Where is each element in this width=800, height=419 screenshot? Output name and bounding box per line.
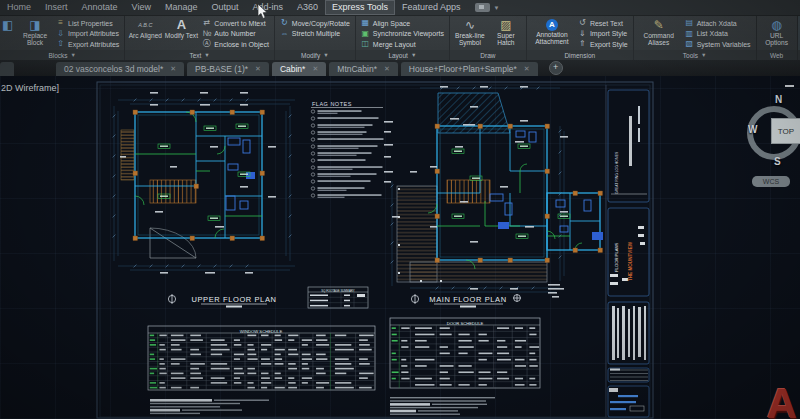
stretch-multiple-button[interactable]: ⇔Stretch Multiple bbox=[277, 29, 353, 40]
unknown-icon: ◧ bbox=[2, 18, 13, 32]
menu-tab-featured-apps[interactable]: Featured Apps bbox=[395, 0, 468, 15]
viewcube-top-face[interactable]: TOP bbox=[771, 118, 800, 144]
reset-text-icon: ↺ bbox=[578, 18, 587, 28]
main-plan-label: MAIN FLOOR PLAN bbox=[429, 295, 506, 304]
caret-down-icon: ▼ bbox=[411, 52, 416, 58]
annotation-attachment-button[interactable]: A Annotation Attachment bbox=[529, 17, 575, 46]
import-style-button[interactable]: ⇓Import Style bbox=[575, 29, 631, 40]
tab-close-icon[interactable]: ✕ bbox=[170, 62, 176, 76]
wcs-menu[interactable]: WCS bbox=[752, 176, 790, 187]
cutoff-button[interactable]: ◧ bbox=[2, 17, 17, 32]
scale-bar bbox=[226, 306, 242, 308]
export-style-button[interactable]: ⇑Export Style bbox=[575, 39, 631, 50]
ribbon-tab-bar: HomeInsertAnnotateViewManageOutputAdd-in… bbox=[0, 0, 800, 16]
tab-close-icon[interactable]: ✕ bbox=[384, 62, 390, 76]
viewcube-west[interactable]: W bbox=[748, 124, 757, 135]
ribbon-panel-blocks: ◧ ◨ Replace Block ≡List Properties ⇩Impo… bbox=[0, 16, 125, 60]
sq-footage-title: SQ FOOTAGE SUMMARY bbox=[321, 289, 354, 293]
annotation-attachment-icon: A bbox=[546, 19, 558, 31]
arc-aligned-icon: A.B.C bbox=[138, 18, 152, 32]
stretch-multiple-icon: ⇔ bbox=[280, 29, 289, 39]
command-aliases-icon: ✎ bbox=[654, 18, 664, 32]
partial-tab[interactable] bbox=[0, 62, 14, 76]
drawing-tab-cabin[interactable]: Cabin*✕ bbox=[272, 62, 326, 76]
tab-close-icon[interactable]: ✕ bbox=[524, 62, 530, 76]
drawing-tab-bar: 02 vasconcelos 3d model*✕PB-BASE (1)*✕Ca… bbox=[0, 60, 800, 76]
list-properties-button[interactable]: ≡List Properties bbox=[53, 18, 122, 29]
cad-drawing[interactable]: FLAG NOTES UPPER FLOOR PLAN MAIN FLOOR P… bbox=[0, 76, 800, 419]
panel-label-tools[interactable]: Tools▼ bbox=[634, 50, 756, 60]
titleblock-company: GREAT RING LOG HOMES bbox=[615, 151, 619, 194]
synchronize-viewports-button[interactable]: ▣Synchronize Viewports bbox=[358, 29, 447, 40]
drawing-tab-02-vasconcelos-3d-model[interactable]: 02 vasconcelos 3d model*✕ bbox=[56, 62, 184, 76]
list-xdata-button[interactable]: ▥List Xdata bbox=[682, 29, 754, 40]
auto-number-button[interactable]: №Auto Number bbox=[199, 29, 271, 40]
align-space-button[interactable]: ▦Align Space bbox=[358, 18, 447, 29]
list-properties-icon: ≡ bbox=[56, 18, 65, 28]
modify-text-button[interactable]: A Modify Text bbox=[163, 17, 199, 39]
menu-tab-annotate[interactable]: Annotate bbox=[75, 0, 125, 15]
viewcube-south[interactable]: S bbox=[774, 156, 781, 167]
reset-text-button[interactable]: ↺Reset Text bbox=[575, 18, 631, 29]
convert-to-mtext-icon: ⇄ bbox=[202, 18, 211, 28]
drawing-canvas[interactable]: 2D Wireframe] bbox=[0, 76, 800, 419]
caret-down-icon: ▼ bbox=[323, 52, 328, 58]
super-hatch-button[interactable]: ▨ Super Hatch bbox=[488, 17, 524, 47]
schedule-notes bbox=[150, 397, 495, 415]
panel-label-layout[interactable]: Layout▼ bbox=[356, 50, 449, 60]
command-aliases-button[interactable]: ✎ Command Aliases bbox=[636, 17, 682, 47]
synchronize-viewports-icon: ▣ bbox=[361, 29, 370, 39]
import-attributes-button[interactable]: ⇩Import Attributes bbox=[53, 29, 122, 40]
menu-tab-a360[interactable]: A360 bbox=[290, 0, 325, 15]
menu-tab-express-tools[interactable]: Express Tools bbox=[325, 0, 395, 15]
move-copy-rotate-button[interactable]: ↻Move/Copy/Rotate bbox=[277, 18, 353, 29]
viewcube[interactable]: N W S TOP bbox=[745, 94, 800, 176]
display-icon[interactable] bbox=[475, 3, 490, 12]
ribbon-panel-web: ◍ URL Options Web bbox=[757, 16, 798, 60]
attach-xdata-button[interactable]: ▤Attach Xdata bbox=[682, 18, 754, 29]
export-attributes-button[interactable]: ⇧Export Attributes bbox=[53, 39, 122, 50]
ribbon-panel-layout: ▦Align Space ▣Synchronize Viewports ◫Mer… bbox=[356, 16, 450, 60]
replace-block-button[interactable]: ◨ Replace Block bbox=[17, 17, 53, 47]
panel-label-text[interactable]: Text▼ bbox=[125, 50, 273, 60]
url-options-button[interactable]: ◍ URL Options bbox=[759, 17, 795, 47]
tab-close-icon[interactable]: ✕ bbox=[312, 62, 318, 76]
merge-layout-button[interactable]: ◫Merge Layout bbox=[358, 39, 447, 50]
menu-tab-insert[interactable]: Insert bbox=[38, 0, 75, 15]
export-attributes-icon: ⇧ bbox=[56, 39, 65, 49]
viewport-controls-label[interactable]: 2D Wireframe] bbox=[1, 83, 59, 93]
scale-bar bbox=[460, 306, 476, 308]
panel-label-blocks[interactable]: Blocks▼ bbox=[0, 50, 124, 60]
tab-close-icon[interactable]: ✕ bbox=[255, 62, 261, 76]
panel-label-modify[interactable]: Modify▼ bbox=[275, 50, 355, 60]
drawing-tab-label: Cabin* bbox=[280, 62, 306, 76]
menu-tab-view[interactable]: View bbox=[125, 0, 158, 15]
convert-to-mtext-button[interactable]: ⇄Convert to Mtext bbox=[199, 18, 271, 29]
menu-tab-home[interactable]: Home bbox=[0, 0, 38, 15]
window-schedule-table bbox=[148, 326, 375, 390]
menu-tab-add-ins[interactable]: Add-ins bbox=[245, 0, 290, 15]
break-line-symbol-button[interactable]: ∿ Break-line Symbol bbox=[452, 17, 488, 47]
drawing-tab-pb-base-1[interactable]: PB-BASE (1)*✕ bbox=[187, 62, 269, 76]
drawing-tab-mtncabin[interactable]: MtnCabin*✕ bbox=[329, 62, 398, 76]
door-schedule-table bbox=[390, 318, 540, 388]
drawing-tab-house-floor-plan-sample[interactable]: House+Floor+Plan+Sample*✕ bbox=[401, 62, 538, 76]
ribbon-panel-draw: ∿ Break-line Symbol ▨ Super Hatch Draw bbox=[450, 16, 527, 60]
menu-tab-output[interactable]: Output bbox=[204, 0, 245, 15]
arc-aligned-button[interactable]: A.B.C Arc Aligned bbox=[127, 17, 163, 39]
menu-tabs: HomeInsertAnnotateViewManageOutputAdd-in… bbox=[0, 0, 467, 15]
drawing-tab-label: House+Floor+Plan+Sample* bbox=[409, 62, 517, 76]
caret-down-icon: ▼ bbox=[701, 52, 706, 58]
panel-label-dimension: Dimension bbox=[527, 50, 633, 60]
chevron-down-icon[interactable]: ▼ bbox=[493, 5, 499, 11]
enclose-in-object-button[interactable]: ⒶEnclose in Object bbox=[199, 39, 271, 50]
system-variables-button[interactable]: ▧System Variables bbox=[682, 39, 754, 50]
autocad-logo: A bbox=[767, 383, 797, 419]
menu-tab-manage[interactable]: Manage bbox=[158, 0, 205, 15]
flag-notes-list bbox=[311, 110, 383, 198]
align-space-icon: ▦ bbox=[361, 18, 370, 28]
viewcube-north[interactable]: N bbox=[775, 94, 782, 105]
ribbon-panel-text: A.B.C Arc Aligned A Modify Text ⇄Convert… bbox=[125, 16, 274, 60]
new-drawing-tab-button[interactable]: + bbox=[549, 61, 563, 75]
auto-number-icon: № bbox=[202, 29, 211, 39]
